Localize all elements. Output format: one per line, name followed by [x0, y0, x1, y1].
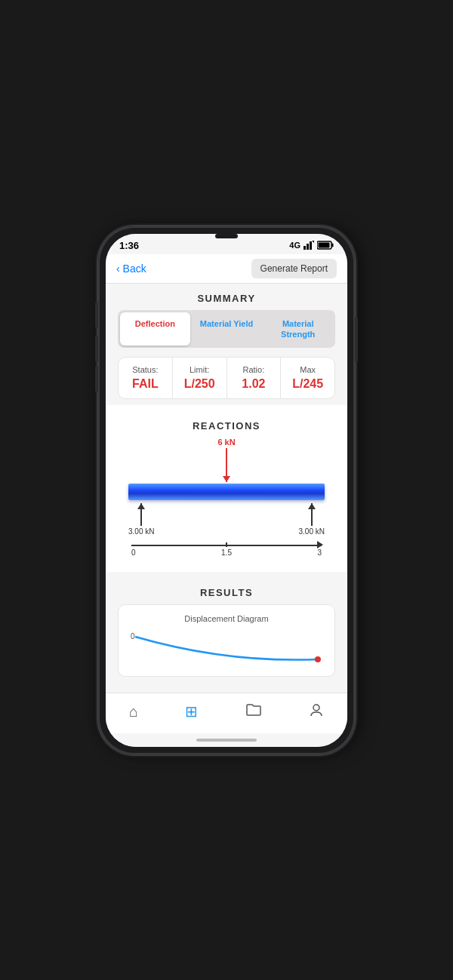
scale-start: 0 — [131, 548, 136, 557]
status-card: Status: FAIL Limit: L/250 Ratio: 1.02 Ma… — [118, 357, 335, 399]
scale-ticks: 0 1.5 3 — [128, 548, 325, 557]
scale-container: 0 1.5 3 — [106, 536, 347, 560]
battery-icon — [317, 241, 334, 250]
back-button[interactable]: ‹ Back — [116, 263, 146, 275]
folder-icon — [245, 703, 262, 720]
displacement-svg — [128, 629, 325, 667]
user-icon — [309, 702, 324, 721]
svg-rect-1 — [307, 244, 309, 250]
right-support: 3.00 kN — [299, 503, 325, 536]
beam — [128, 484, 325, 500]
status-cell-status: Status: FAIL — [119, 358, 173, 398]
left-support-label: 3.00 kN — [128, 527, 154, 536]
nav-item-calculator[interactable]: ⊞ — [173, 699, 210, 723]
left-support-arrow — [140, 503, 142, 526]
summary-title: SUMMARY — [106, 284, 347, 310]
nav-item-home[interactable]: ⌂ — [117, 700, 150, 723]
reactions-title: REACTIONS — [106, 411, 347, 438]
scale-mid: 1.5 — [221, 548, 232, 557]
home-indicator — [106, 733, 347, 747]
supports-row: 3.00 kN 3.00 kN — [128, 500, 325, 536]
phone-screen: 1:36 4G ‹ Back Genera — [106, 234, 347, 747]
results-card: Displacement Diagram 0 — [118, 604, 335, 677]
force-label: 6 kN — [128, 438, 325, 447]
network-indicator: 4G — [289, 241, 300, 250]
status-cell-max: Max L/245 — [281, 358, 334, 398]
right-support-arrow — [311, 503, 313, 526]
status-icons: 4G — [289, 241, 334, 250]
max-label: Max — [287, 365, 328, 374]
scale-end: 3 — [317, 548, 322, 557]
svg-rect-2 — [310, 241, 312, 250]
phone-frame: 1:36 4G ‹ Back Genera — [98, 226, 355, 754]
nav-item-user[interactable] — [297, 699, 336, 724]
header: ‹ Back Generate Report — [106, 254, 347, 284]
status-label: Status: — [125, 365, 166, 374]
ratio-value: 1.02 — [233, 377, 275, 391]
summary-section: SUMMARY Deflection Material Yield Materi… — [106, 284, 347, 400]
notch — [215, 234, 238, 238]
nav-item-folder[interactable] — [233, 700, 274, 723]
svg-rect-0 — [304, 246, 306, 250]
status-cell-limit: Limit: L/250 — [173, 358, 227, 398]
status-value: FAIL — [125, 377, 166, 391]
right-support-label: 3.00 kN — [299, 527, 325, 536]
signal-icon — [304, 241, 314, 250]
svg-rect-6 — [319, 243, 330, 248]
results-title: RESULTS — [106, 578, 347, 604]
force-arrow-down — [226, 448, 227, 482]
svg-point-7 — [315, 656, 321, 662]
back-label: ‹ Back — [116, 263, 146, 275]
bottom-nav: ⌂ ⊞ — [106, 693, 347, 733]
tabs-container: Deflection Material Yield Material Stren… — [118, 310, 335, 349]
tab-material-yield[interactable]: Material Yield — [192, 312, 262, 346]
main-content: SUMMARY Deflection Material Yield Materi… — [106, 284, 347, 693]
home-icon: ⌂ — [129, 703, 138, 720]
reactions-section: REACTIONS 6 kN 3 — [106, 405, 347, 572]
calculator-icon: ⊞ — [185, 702, 198, 720]
ratio-label: Ratio: — [233, 365, 275, 374]
results-section: RESULTS Displacement Diagram 0 — [106, 578, 347, 686]
svg-point-8 — [313, 705, 319, 711]
max-value: L/245 — [287, 377, 328, 391]
svg-rect-5 — [332, 244, 334, 247]
left-support: 3.00 kN — [128, 503, 154, 536]
home-bar — [196, 739, 257, 742]
beam-diagram: 6 kN 3.00 kN — [106, 438, 347, 536]
generate-report-button[interactable]: Generate Report — [251, 259, 337, 278]
diagram-title: Displacement Diagram — [128, 614, 325, 623]
status-cell-ratio: Ratio: 1.02 — [227, 358, 282, 398]
tab-material-strength[interactable]: Material Strength — [263, 312, 333, 346]
svg-marker-3 — [312, 241, 314, 243]
displacement-diagram: 0 — [128, 629, 325, 667]
limit-label: Limit: — [179, 365, 220, 374]
diagram-start-label: 0 — [131, 632, 135, 641]
limit-value: L/250 — [179, 377, 220, 391]
status-time: 1:36 — [119, 240, 139, 251]
tab-deflection[interactable]: Deflection — [120, 312, 190, 346]
